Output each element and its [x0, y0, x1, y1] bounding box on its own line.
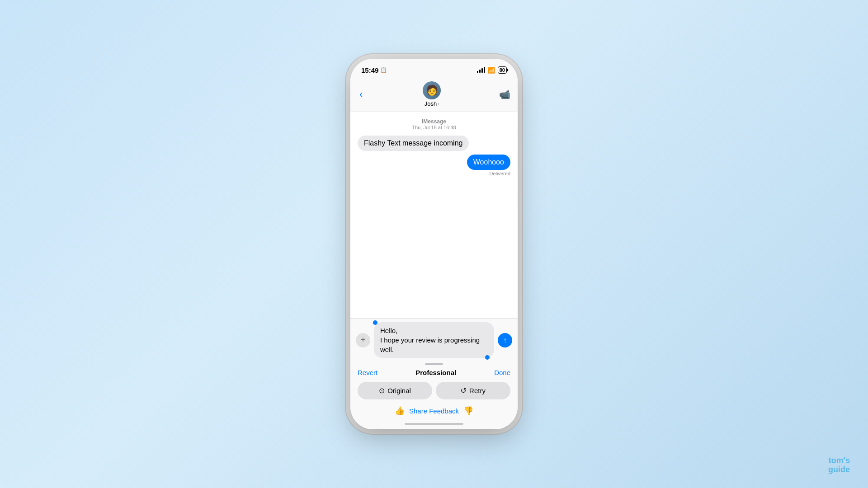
done-button[interactable]: Done: [494, 369, 510, 376]
avatar: 🧑: [423, 81, 441, 99]
battery-indicator: 80: [498, 66, 507, 74]
back-button[interactable]: ‹: [358, 87, 364, 102]
text-input-box[interactable]: Hello,I hope your review is progressing …: [374, 322, 494, 358]
toms-guide-watermark: tom's guide: [828, 456, 850, 474]
outgoing-message-row: Woohooo Delivered: [358, 155, 510, 176]
text-input-content: Hello,I hope your review is progressing …: [380, 326, 488, 354]
watermark-line2: guide: [828, 465, 850, 474]
original-button[interactable]: ⊙ Original: [358, 382, 432, 399]
imessage-label: iMessage: [358, 118, 510, 125]
compose-row: + Hello,I hope your review is progressin…: [350, 319, 518, 361]
cursor-top-dot: [373, 320, 377, 325]
incoming-message-row: Flashy Text message incoming: [358, 136, 510, 151]
home-bar: [405, 423, 463, 425]
outgoing-bubble: Woohooo: [467, 155, 510, 170]
cursor-bottom-dot: [485, 355, 490, 360]
nav-bar: ‹ 🧑 Josh › 📹: [350, 79, 518, 112]
timestamp: Thu, Jul 18 at 16:48: [358, 125, 510, 130]
status-bar: 15:49 📋 📶 80: [350, 59, 518, 79]
contact-chevron: ›: [438, 101, 439, 106]
contact-center[interactable]: 🧑 Josh ›: [423, 81, 441, 107]
thumbs-down-icon: 👎: [463, 406, 473, 416]
status-time: 15:49 📋: [361, 66, 387, 74]
wifi-icon: 📶: [488, 67, 495, 74]
tone-label: Professional: [415, 369, 456, 376]
delivered-label: Delivered: [490, 171, 510, 176]
contact-name-row: Josh ›: [425, 100, 439, 107]
thumbs-up-icon: 👍: [395, 406, 405, 416]
plus-button[interactable]: +: [356, 333, 370, 347]
home-indicator: [350, 420, 518, 429]
feedback-row[interactable]: 👍 Share Feedback 👎: [350, 403, 518, 420]
incoming-bubble: Flashy Text message incoming: [358, 136, 469, 151]
send-button[interactable]: ↑: [498, 333, 512, 347]
action-buttons-row: ⊙ Original ↻ Retry: [350, 380, 518, 403]
messages-area: iMessage Thu, Jul 18 at 16:48 Flashy Tex…: [350, 112, 518, 318]
send-icon: ↑: [503, 336, 507, 344]
original-icon: ⊙: [379, 386, 385, 395]
iphone-frame: 15:49 📋 📶 80 ‹ 🧑 Josh: [350, 59, 518, 429]
video-call-button[interactable]: 📹: [499, 89, 510, 100]
status-icons: 📶 80: [477, 66, 507, 74]
input-section: + Hello,I hope your review is progressin…: [350, 318, 518, 429]
revert-button[interactable]: Revert: [358, 369, 377, 376]
retry-button[interactable]: ↻ Retry: [436, 382, 510, 399]
share-feedback-label: Share Feedback: [409, 407, 459, 415]
signal-bars: [477, 67, 485, 73]
timestamp-group: iMessage Thu, Jul 18 at 16:48: [358, 118, 510, 130]
watermark-line1: tom's: [828, 456, 850, 465]
writing-tools-bar: Revert Professional Done: [350, 366, 518, 380]
drag-pill: [425, 363, 443, 365]
drag-handle: [350, 361, 518, 366]
retry-icon: ↻: [461, 386, 467, 395]
